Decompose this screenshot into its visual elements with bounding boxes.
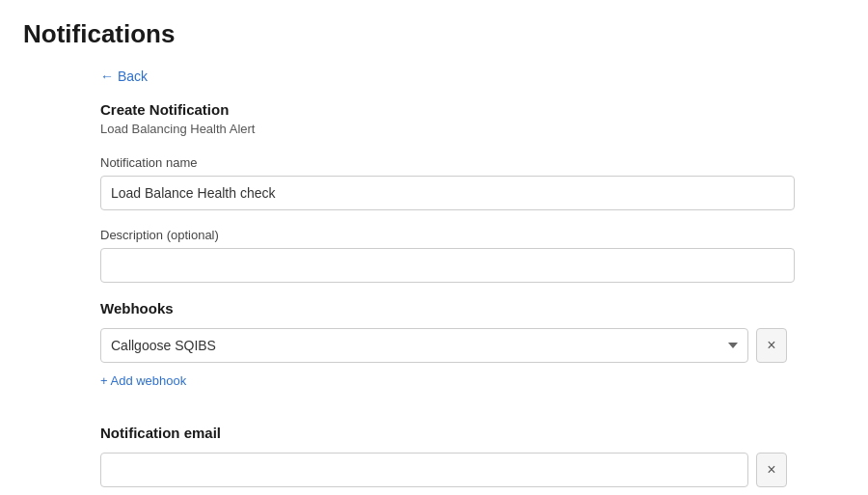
email-section-title: Notification email [100,425,845,441]
page-title: Notifications [23,19,845,49]
notification-name-label: Notification name [100,155,845,170]
notification-name-group: Notification name [100,155,845,210]
webhook-clear-icon: × [767,337,775,354]
webhooks-title: Webhooks [100,300,845,316]
back-link[interactable]: ← Back [100,69,148,84]
email-row: × [100,453,845,487]
add-webhook-link[interactable]: + Add webhook [100,373,186,388]
email-section: Notification email × + Add email recipie… [100,425,845,495]
webhooks-section: Webhooks Callgoose SQIBS × + Add webhook [100,300,845,407]
content-area: ← Back Create Notification Load Balancin… [23,69,845,495]
description-group: Description (optional) [100,228,845,283]
email-input[interactable] [100,453,748,487]
description-input[interactable] [100,248,795,283]
form-header-title: Create Notification [100,101,845,118]
description-label: Description (optional) [100,228,845,242]
form-header-subtitle: Load Balancing Health Alert [100,122,845,136]
email-clear-button[interactable]: × [756,453,787,487]
webhook-row: Callgoose SQIBS × [100,328,845,363]
webhook-select[interactable]: Callgoose SQIBS [100,328,748,363]
webhook-clear-button[interactable]: × [756,328,787,363]
notification-name-input[interactable] [100,176,795,210]
email-clear-icon: × [767,461,775,479]
